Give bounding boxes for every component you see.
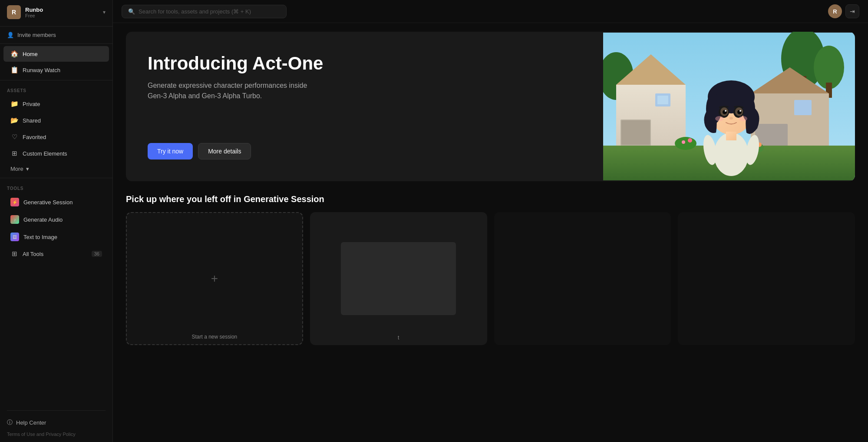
footer-links: Terms of Use and Privacy Policy — [7, 432, 106, 437]
sidebar-item-shared[interactable]: 📂 Shared — [3, 113, 109, 128]
workspace-header[interactable]: R Runbo Free ▾ — [0, 0, 112, 24]
sidebar-item-favorited[interactable]: ♡ Favorited — [3, 129, 109, 145]
grid-icon: ⊞ — [10, 150, 18, 157]
workspace-avatar: R — [7, 5, 21, 19]
session-card-empty-1[interactable] — [494, 212, 671, 345]
sidebar-item-generate-audio[interactable]: ♪ Generate Audio — [3, 211, 109, 228]
content-area: Introducing Act-One Generate expressive … — [113, 23, 868, 442]
hero-subtitle: Generate expressive character performanc… — [148, 80, 313, 101]
plus-icon: + — [211, 272, 218, 286]
sidebar-item-private[interactable]: 📁 Private — [3, 96, 109, 112]
sidebar-divider-1 — [0, 26, 112, 27]
hero-banner: Introducing Act-One Generate expressive … — [126, 32, 855, 181]
watch-icon: 📋 — [10, 66, 18, 74]
more-chevron-icon: ▾ — [26, 166, 29, 172]
shared-folder-icon: 📂 — [10, 116, 18, 124]
svg-rect-24 — [717, 139, 746, 169]
help-icon: ⓘ — [7, 419, 13, 426]
topbar: 🔍 Search for tools, assets and projects … — [113, 0, 868, 23]
favorited-label: Favorited — [23, 134, 46, 140]
main-nav: 🏠 Home 📋 Runway Watch — [0, 46, 112, 78]
generate-audio-label: Generate Audio — [23, 216, 63, 223]
svg-point-37 — [729, 117, 733, 120]
session-card-thumbnail — [341, 242, 456, 315]
svg-rect-9 — [621, 120, 650, 145]
sessions-section-title: Pick up where you left off in Generative… — [126, 194, 855, 204]
more-label: More — [10, 166, 23, 172]
terms-link[interactable]: Terms of Use — [7, 432, 35, 437]
svg-rect-40 — [726, 132, 736, 140]
session-card-recent-1[interactable]: t — [310, 212, 487, 345]
text-to-image-label: Text to Image — [23, 234, 57, 240]
generative-session-icon: ⚡ — [10, 198, 19, 206]
share-icon-button[interactable]: ⇥ — [845, 4, 859, 18]
main-content: 🔍 Search for tools, assets and projects … — [113, 0, 868, 442]
generate-audio-icon: ♪ — [10, 215, 19, 224]
share-icon: ⇥ — [850, 8, 855, 15]
sidebar-divider-3 — [0, 80, 112, 80]
footer-and: and — [36, 432, 46, 437]
person-icon: 👤 — [7, 32, 14, 38]
sidebar: R Runbo Free ▾ 👤 Invite members 🏠 Home 📋… — [0, 0, 113, 442]
help-center-label: Help Center — [16, 419, 46, 426]
search-bar[interactable]: 🔍 Search for tools, assets and projects … — [122, 5, 287, 18]
sidebar-divider-4 — [0, 178, 112, 178]
sidebar-item-home[interactable]: 🏠 Home — [3, 46, 109, 62]
sidebar-footer: ⓘ Help Center Terms of Use and Privacy P… — [0, 403, 112, 442]
all-tools-icon: ⊞ — [10, 250, 18, 258]
svg-point-39 — [739, 116, 747, 121]
generative-session-label: Generative Session — [23, 199, 73, 206]
svg-point-21 — [682, 140, 685, 144]
recent-session-label: t — [310, 335, 487, 341]
folder-icon: 📁 — [10, 100, 18, 108]
custom-elements-label: Custom Elements — [23, 150, 67, 157]
more-details-button[interactable]: More details — [198, 143, 251, 160]
sessions-section: Pick up where you left off in Generative… — [126, 194, 855, 345]
shared-label: Shared — [23, 117, 41, 124]
search-placeholder: Search for tools, assets and projects (⌘… — [139, 8, 251, 15]
chevron-down-icon: ▾ — [103, 9, 106, 15]
home-icon: 🏠 — [10, 50, 18, 58]
session-card-empty-2[interactable] — [678, 212, 855, 345]
try-it-now-button[interactable]: Try it now — [148, 143, 193, 160]
sidebar-item-generative-session[interactable]: ⚡ Generative Session — [3, 194, 109, 210]
sidebar-item-custom-elements[interactable]: ⊞ Custom Elements — [3, 146, 109, 161]
sidebar-item-text-to-image[interactable]: 🖼 Text to Image — [3, 229, 109, 245]
home-label: Home — [23, 51, 38, 57]
svg-rect-15 — [794, 100, 812, 115]
search-icon: 🔍 — [128, 8, 135, 15]
hero-text-section: Introducing Act-One Generate expressive … — [126, 32, 603, 181]
sidebar-divider-2 — [0, 43, 112, 44]
svg-point-18 — [675, 137, 696, 150]
hero-title: Introducing Act-One — [148, 53, 581, 73]
all-tools-badge: 36 — [92, 251, 102, 257]
privacy-link[interactable]: Privacy Policy — [46, 432, 75, 437]
new-session-card[interactable]: + Start a new session — [126, 212, 303, 345]
runway-watch-label: Runway Watch — [23, 67, 60, 73]
svg-point-38 — [715, 116, 724, 121]
svg-rect-11 — [657, 96, 668, 104]
topbar-avatar[interactable]: R — [828, 4, 842, 18]
more-toggle[interactable]: More ▾ — [3, 162, 109, 176]
help-center-link[interactable]: ⓘ Help Center — [7, 416, 106, 429]
tools-section-label: TOOLS — [0, 180, 112, 193]
svg-point-20 — [688, 138, 692, 143]
sidebar-item-runway-watch[interactable]: 📋 Runway Watch — [3, 62, 109, 78]
assets-section-label: ASSETS — [0, 82, 112, 96]
text-to-image-icon: 🖼 — [10, 233, 19, 241]
new-session-label: Start a new session — [127, 334, 302, 340]
hero-image — [603, 32, 855, 181]
topbar-right: R ⇥ — [828, 4, 859, 18]
svg-point-35 — [725, 110, 726, 112]
workspace-plan: Free — [25, 13, 43, 18]
heart-icon: ♡ — [10, 133, 18, 141]
workspace-name: Runbo — [25, 7, 43, 13]
svg-point-36 — [739, 110, 741, 112]
workspace-info-group: R Runbo Free — [7, 5, 43, 19]
invite-members-button[interactable]: 👤 Invite members — [0, 28, 112, 42]
private-label: Private — [23, 101, 40, 107]
session-grid: + Start a new session t — [126, 212, 855, 345]
hero-illustration — [603, 32, 855, 181]
sidebar-item-all-tools[interactable]: ⊞ All Tools 36 — [3, 246, 109, 262]
all-tools-label: All Tools — [23, 251, 43, 257]
